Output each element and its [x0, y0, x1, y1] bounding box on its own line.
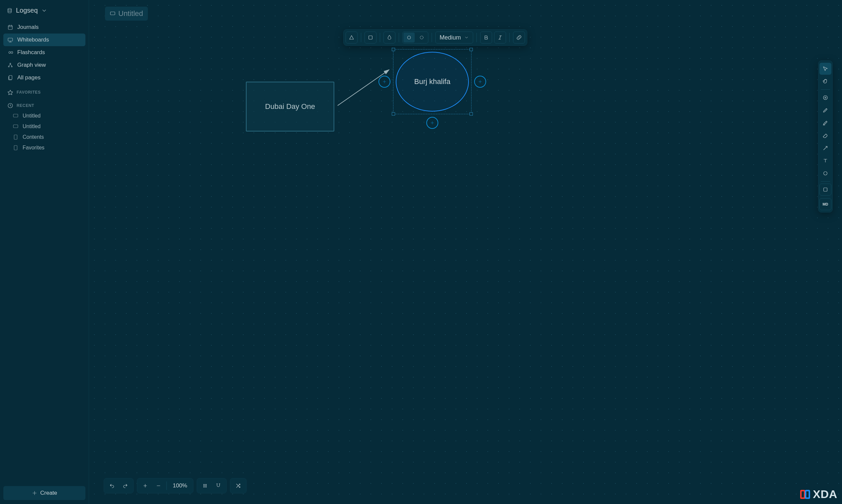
app-switcher[interactable]: Logseq: [3, 4, 85, 21]
italic-button[interactable]: [494, 32, 506, 43]
undo-button[interactable]: [105, 480, 119, 492]
separator: [821, 181, 830, 182]
resize-handle-tr[interactable]: [470, 48, 473, 51]
separator: [509, 33, 510, 42]
svg-line-12: [10, 64, 12, 66]
zoom-out-button[interactable]: [152, 480, 165, 492]
nav-label: Whiteboards: [17, 37, 49, 43]
tool-pan[interactable]: [820, 75, 831, 87]
recent-label: Untitled: [22, 113, 40, 119]
recent-item[interactable]: Contents: [3, 132, 85, 142]
zoom-level[interactable]: 100%: [168, 482, 192, 489]
svg-marker-23: [350, 36, 353, 39]
nav-label: All pages: [17, 74, 40, 81]
swatch-button[interactable]: [365, 32, 376, 43]
shuffle-button[interactable]: [232, 480, 245, 492]
separator: [380, 33, 380, 42]
separator: [361, 33, 361, 42]
whiteboard-canvas[interactable]: Untitled Medium Dubai Day One: [89, 0, 842, 504]
svg-rect-45: [824, 188, 827, 192]
tool-select[interactable]: [820, 63, 831, 75]
zoom-in-button[interactable]: [139, 480, 152, 492]
toggle-snap-button[interactable]: [212, 480, 225, 492]
resize-handle-bl[interactable]: [392, 112, 395, 115]
section-label: RECENT: [17, 103, 34, 108]
page-icon: [13, 145, 19, 151]
svg-marker-14: [8, 90, 13, 95]
app-name: Logseq: [16, 7, 38, 14]
svg-point-52: [204, 485, 204, 486]
page-title-chip[interactable]: Untitled: [105, 7, 148, 21]
ellipse-burj-khalifa[interactable]: Burj khalifa: [396, 52, 469, 111]
tool-text[interactable]: [820, 155, 831, 167]
whiteboard-icon: [110, 11, 116, 17]
svg-rect-1: [8, 25, 12, 30]
toggle-grid-button[interactable]: [198, 480, 212, 492]
chevron-down-icon: [41, 7, 47, 14]
svg-line-11: [9, 64, 11, 66]
quick-add-left[interactable]: [379, 76, 390, 88]
tool-pencil[interactable]: [820, 104, 831, 116]
graph-icon: [7, 62, 13, 68]
history-group: [104, 478, 134, 493]
svg-point-51: [206, 484, 207, 485]
shape-color-button[interactable]: [346, 32, 357, 43]
favorites-header[interactable]: FAVORITES: [3, 84, 85, 97]
quick-add-bottom[interactable]: [426, 117, 438, 129]
tool-swatch[interactable]: [820, 184, 831, 196]
recent-item[interactable]: Untitled: [3, 111, 85, 121]
card-dubai-day-one[interactable]: Dubai Day One: [246, 82, 334, 131]
resize-handle-br[interactable]: [470, 112, 473, 115]
separator: [166, 482, 167, 490]
misc-group: [230, 478, 247, 493]
nav-label: Graph view: [17, 62, 46, 68]
tool-connector[interactable]: [820, 142, 831, 154]
page-icon: [13, 134, 19, 140]
svg-point-26: [420, 36, 423, 39]
svg-rect-17: [13, 125, 18, 128]
stroke-width-select[interactable]: Medium: [435, 32, 473, 43]
ellipse-text: Burj khalifa: [414, 77, 451, 86]
tool-shape[interactable]: [820, 167, 831, 179]
fill-none-option[interactable]: [403, 33, 415, 42]
bold-button[interactable]: [480, 32, 492, 43]
svg-rect-19: [14, 145, 17, 150]
recent-item[interactable]: Favorites: [3, 142, 85, 153]
nav-whiteboards[interactable]: Whiteboards: [3, 34, 85, 46]
svg-point-25: [407, 36, 410, 39]
infinity-icon: [7, 50, 13, 55]
nav-all-pages[interactable]: All pages: [3, 71, 85, 84]
tool-markdown[interactable]: MD: [820, 198, 831, 210]
separator: [399, 33, 399, 42]
quick-add-right[interactable]: [474, 76, 486, 88]
tool-add-block[interactable]: [820, 92, 831, 104]
tool-highlighter[interactable]: [820, 117, 831, 129]
recent-item[interactable]: Untitled: [3, 121, 85, 132]
separator: [821, 89, 830, 90]
link-button[interactable]: [513, 32, 525, 43]
fill-solid-option[interactable]: [416, 33, 427, 42]
opacity-button[interactable]: [383, 32, 396, 43]
create-label: Create: [40, 490, 57, 497]
svg-rect-62: [801, 490, 804, 498]
svg-rect-5: [8, 38, 13, 41]
separator: [476, 33, 477, 42]
svg-point-56: [205, 487, 206, 487]
nav-journals[interactable]: Journals: [3, 21, 85, 34]
resize-handle-tl[interactable]: [392, 48, 395, 51]
redo-button[interactable]: [119, 480, 132, 492]
xda-logo-icon: [800, 489, 811, 500]
zoom-group: 100%: [137, 478, 193, 493]
svg-rect-63: [806, 490, 809, 498]
svg-point-44: [824, 172, 827, 175]
create-button[interactable]: Create: [3, 486, 85, 500]
nav-graph-view[interactable]: Graph view: [3, 59, 85, 71]
recent-header[interactable]: RECENT: [3, 97, 85, 111]
calendar-icon: [7, 24, 13, 30]
database-icon: [7, 7, 13, 14]
tool-eraser[interactable]: [820, 129, 831, 141]
fill-style-segment: [402, 32, 428, 43]
svg-point-57: [206, 487, 207, 487]
tool-rail: MD: [818, 60, 833, 213]
nav-flashcards[interactable]: Flashcards: [3, 46, 85, 59]
